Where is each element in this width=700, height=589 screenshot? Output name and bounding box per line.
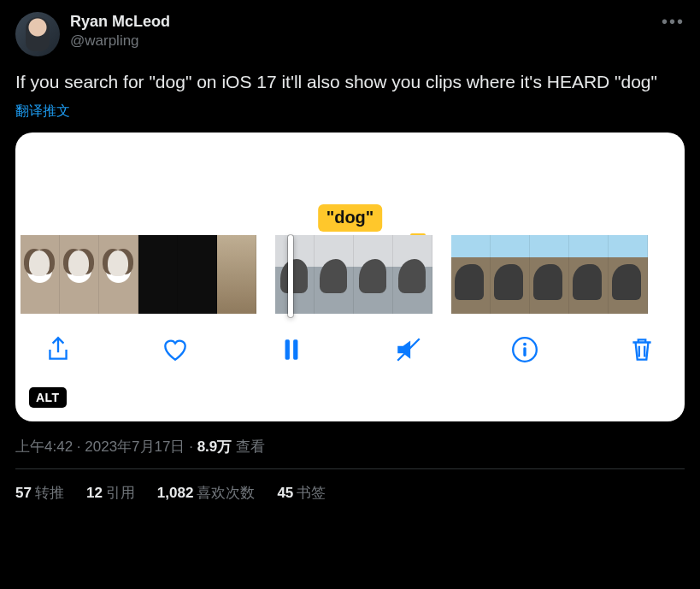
clip-thumb <box>21 235 60 314</box>
mute-icon <box>394 335 423 364</box>
share-icon <box>44 335 73 364</box>
clip-thumb <box>138 235 178 314</box>
clip-group[interactable] <box>451 235 648 314</box>
clip-thumb <box>451 235 491 314</box>
clip-thumb <box>99 235 138 314</box>
info-button[interactable] <box>508 333 542 367</box>
handle: @warpling <box>70 32 170 50</box>
delete-button[interactable] <box>625 333 659 367</box>
translate-link[interactable]: 翻译推文 <box>15 103 70 121</box>
pause-icon <box>277 335 306 364</box>
svg-rect-0 <box>285 340 290 360</box>
views-label: 查看 <box>232 439 265 455</box>
media-header-area: "dog" <box>15 133 685 235</box>
retweets-stat[interactable]: 57转推 <box>15 483 64 503</box>
clip-thumb <box>354 235 393 314</box>
tweet-header: Ryan McLeod @warpling ••• <box>15 12 685 56</box>
more-button[interactable]: ••• <box>662 12 685 32</box>
clip-thumb <box>315 235 354 314</box>
likes-stat[interactable]: 1,082喜欢次数 <box>157 483 256 503</box>
tweet-stats: 57转推 12引用 1,082喜欢次数 45书签 <box>15 469 685 503</box>
clip-thumb <box>217 235 256 314</box>
search-term-badge: "dog" <box>318 204 383 232</box>
mute-button[interactable] <box>391 333 426 367</box>
bookmarks-stat[interactable]: 45书签 <box>277 483 326 503</box>
pause-button[interactable] <box>274 333 309 367</box>
clip-thumb <box>609 235 648 314</box>
clip-thumb <box>491 235 530 314</box>
share-button[interactable] <box>41 333 75 367</box>
svg-rect-5 <box>524 348 526 357</box>
clip-thumb <box>178 235 217 314</box>
alt-badge[interactable]: ALT <box>29 387 67 408</box>
media-attachment[interactable]: "dog" <box>15 133 685 421</box>
tweet-meta: 上午4:42 · 2023年7月17日 · 8.9万 查看 <box>15 437 685 456</box>
svg-point-4 <box>523 343 526 346</box>
info-icon <box>510 335 539 364</box>
video-timeline[interactable] <box>15 235 685 314</box>
clip-thumb <box>275 235 315 314</box>
playhead[interactable] <box>288 235 293 317</box>
heart-icon <box>161 335 190 364</box>
post-date[interactable]: 2023年7月17日 <box>85 439 185 455</box>
clip-group[interactable] <box>21 235 256 314</box>
clip-thumb <box>530 235 569 314</box>
clip-thumb <box>393 235 432 314</box>
clip-thumb <box>569 235 609 314</box>
quotes-stat[interactable]: 12引用 <box>86 483 135 503</box>
clip-group[interactable] <box>275 235 432 314</box>
svg-rect-1 <box>293 340 297 360</box>
views-count: 8.9万 <box>197 439 232 455</box>
author-names[interactable]: Ryan McLeod @warpling <box>70 12 170 50</box>
media-toolbar <box>15 314 685 367</box>
tweet-text: If you search for "dog" on iOS 17 it'll … <box>15 70 685 94</box>
clip-thumb <box>60 235 99 314</box>
like-button[interactable] <box>158 333 192 367</box>
trash-icon <box>627 335 656 364</box>
tweet-container: Ryan McLeod @warpling ••• If you search … <box>0 0 700 503</box>
display-name: Ryan McLeod <box>70 12 170 32</box>
avatar[interactable] <box>15 12 60 56</box>
post-time[interactable]: 上午4:42 <box>15 439 73 455</box>
